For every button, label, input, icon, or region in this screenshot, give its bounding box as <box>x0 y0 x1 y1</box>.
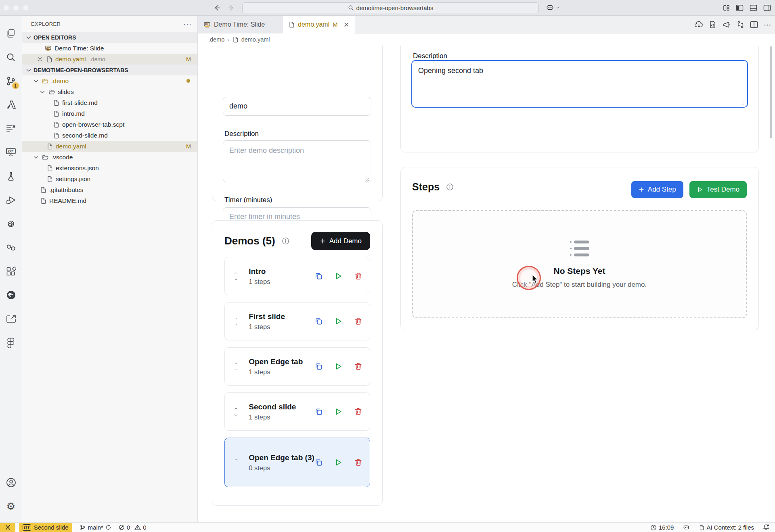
run-debug-icon[interactable] <box>0 188 22 212</box>
tree-file-extensions-json[interactable]: extensions.json <box>22 163 197 173</box>
tree-folder-demo[interactable]: .demo <box>22 75 197 86</box>
compare-changes-icon[interactable] <box>737 21 744 29</box>
move-down-icon[interactable] <box>233 277 239 282</box>
open-source-file-icon[interactable] <box>709 21 716 29</box>
toggle-primary-sidebar-icon[interactable] <box>736 4 744 11</box>
close-tab-icon[interactable] <box>343 21 350 28</box>
spiral-extension-icon[interactable] <box>0 212 22 236</box>
duplicate-demo-icon[interactable] <box>314 458 323 467</box>
selected-demo-description-textarea[interactable] <box>412 61 747 107</box>
hexagons-extension-icon[interactable] <box>0 236 22 259</box>
resize-handle-icon[interactable] <box>741 100 745 105</box>
duplicate-demo-icon[interactable] <box>314 272 323 280</box>
demo-time-view-icon[interactable]: DT <box>0 140 22 164</box>
tree-file-readme[interactable]: README.md <box>22 195 197 206</box>
delete-demo-icon[interactable] <box>354 317 362 325</box>
move-down-icon[interactable] <box>233 368 239 372</box>
account-icon[interactable] <box>0 471 22 494</box>
notes-list-icon[interactable] <box>0 117 22 140</box>
breadcrumb-file[interactable]: demo.yaml <box>241 36 270 43</box>
add-demo-button[interactable]: Add Demo <box>311 232 370 250</box>
zoom-window-button[interactable] <box>23 5 28 10</box>
demo-card-open-edge-tab-3[interactable]: Open Edge tab (3) 0 steps <box>224 438 370 487</box>
tree-file-open-browser-tab[interactable]: open-browser-tab.scpt <box>22 119 197 130</box>
tree-folder-vscode[interactable]: .vscode <box>22 152 197 163</box>
demo-card-first-slide[interactable]: First slide 1 steps <box>224 302 370 340</box>
close-icon[interactable] <box>37 56 43 63</box>
tree-file-settings-json[interactable]: settings.json <box>22 173 197 184</box>
source-control-icon[interactable]: 1 <box>0 69 22 93</box>
problems-status-item[interactable]: 0 0 <box>119 524 147 531</box>
tree-file-second-slide[interactable]: second-slide.md <box>22 130 197 141</box>
figma-icon[interactable] <box>0 331 22 355</box>
move-up-icon[interactable] <box>233 271 239 275</box>
move-up-icon[interactable] <box>233 457 239 461</box>
duplicate-demo-icon[interactable] <box>314 317 323 325</box>
run-demo-icon[interactable] <box>334 317 343 325</box>
split-editor-icon[interactable] <box>750 21 758 28</box>
demo-time-status-item[interactable]: DT Second slide <box>19 523 72 532</box>
sync-icon[interactable] <box>105 524 111 530</box>
move-down-icon[interactable] <box>233 413 239 417</box>
settings-gear-icon[interactable]: ⚙ <box>0 494 22 518</box>
back-icon[interactable] <box>213 4 221 12</box>
remote-indicator[interactable] <box>0 523 15 532</box>
minimize-window-button[interactable] <box>13 5 19 10</box>
delete-demo-icon[interactable] <box>354 362 362 371</box>
customize-layout-icon[interactable] <box>723 4 730 11</box>
open-editor-demo-time[interactable]: DT Demo Time: Slide <box>22 43 197 54</box>
run-demo-icon[interactable] <box>334 272 343 280</box>
dark-swirl-extension-icon[interactable] <box>0 283 22 307</box>
copilot-menu[interactable] <box>546 3 560 12</box>
more-actions-icon[interactable]: ⋯ <box>764 20 772 29</box>
delete-demo-icon[interactable] <box>354 458 362 467</box>
duplicate-demo-icon[interactable] <box>314 362 323 371</box>
add-step-button[interactable]: Add Step <box>631 181 683 198</box>
breadcrumb-folder[interactable]: .demo <box>208 36 224 43</box>
demo-card-open-edge-tab[interactable]: Open Edge tab 1 steps <box>224 347 370 386</box>
move-down-icon[interactable] <box>233 323 239 327</box>
branch-status-item[interactable]: main* <box>80 524 111 531</box>
tree-folder-slides[interactable]: slides <box>22 86 197 97</box>
delete-demo-icon[interactable] <box>354 407 362 416</box>
move-up-icon[interactable] <box>233 316 239 320</box>
megaphone-icon[interactable] <box>722 21 731 29</box>
move-down-icon[interactable] <box>233 464 239 468</box>
test-demo-button[interactable]: Test Demo <box>689 181 747 198</box>
tree-file-gitattributes[interactable]: .gitattributes <box>22 184 197 195</box>
notifications-status-item[interactable] <box>763 524 769 531</box>
tab-demo-time-slide[interactable]: DT Demo Time: Slide <box>198 16 283 33</box>
command-center-search[interactable]: demotime-open-browsertabs <box>242 2 539 13</box>
open-editors-header[interactable]: OPEN EDITORS <box>22 32 197 43</box>
info-icon[interactable] <box>446 183 454 191</box>
open-editor-demo-yaml[interactable]: demo.yaml .demo M <box>22 54 197 65</box>
demo-card-second-slide[interactable]: Second slide 1 steps <box>224 392 370 431</box>
demo-description-textarea[interactable] <box>223 140 371 182</box>
toggle-secondary-sidebar-icon[interactable] <box>763 4 771 11</box>
testing-icon[interactable] <box>0 164 22 188</box>
ai-context-status-item[interactable]: AI Context: 2 files <box>699 524 754 531</box>
duplicate-demo-icon[interactable] <box>314 407 323 416</box>
run-demo-icon[interactable] <box>334 407 343 416</box>
webview-scrollbar[interactable] <box>770 46 772 138</box>
resize-handle-icon[interactable] <box>365 177 369 182</box>
delete-demo-icon[interactable] <box>354 272 362 280</box>
move-up-icon[interactable] <box>233 407 239 411</box>
demo-name-input[interactable] <box>223 97 371 116</box>
demo-card-intro[interactable]: Intro 1 steps <box>224 257 370 295</box>
tree-file-intro[interactable]: intro.md <box>22 108 197 119</box>
run-demo-icon[interactable] <box>334 458 343 467</box>
tree-file-demo-yaml[interactable]: demo.yaml M <box>22 141 197 152</box>
tree-file-first-slide[interactable]: first-slide.md <box>22 97 197 108</box>
copilot-status-item[interactable] <box>683 524 690 531</box>
run-demo-icon[interactable] <box>334 362 343 371</box>
blocks-extension-icon[interactable] <box>0 259 22 283</box>
info-icon[interactable] <box>282 237 289 245</box>
azure-icon[interactable] <box>0 93 22 117</box>
search-view-icon[interactable] <box>0 45 22 69</box>
project-section-header[interactable]: DEMOTIME-OPEN-BROWSERTABS <box>22 65 197 75</box>
cloud-download-icon[interactable] <box>695 21 703 29</box>
close-window-button[interactable] <box>4 5 9 10</box>
screen-share-icon[interactable] <box>0 307 22 331</box>
toggle-panel-icon[interactable] <box>750 4 757 11</box>
